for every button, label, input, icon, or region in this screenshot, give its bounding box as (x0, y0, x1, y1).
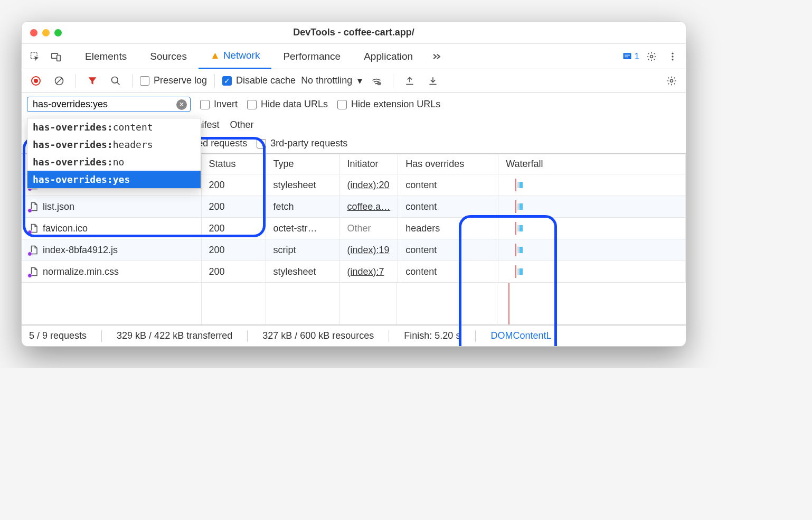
waterfall-bar (506, 179, 678, 191)
request-has-overrides: content (398, 261, 498, 283)
col-has-overrides[interactable]: Has overrides (398, 154, 498, 174)
third-party-checkbox[interactable]: 3rd-party requests (257, 138, 347, 149)
request-status: 200 (201, 261, 266, 283)
record-button[interactable] (27, 72, 45, 90)
minimize-window-button[interactable] (42, 29, 50, 36)
warning-icon: ▲ (210, 50, 220, 61)
table-row[interactable]: index-8bfa4912.js200script(index):19cont… (22, 239, 686, 261)
throttling-select[interactable]: No throttling ▾ (301, 75, 362, 87)
device-toggle-icon[interactable] (47, 48, 65, 66)
checkbox-icon (140, 76, 149, 86)
autocomplete-option[interactable]: has-overrides:yes (27, 171, 201, 188)
request-has-overrides: content (398, 239, 498, 261)
invert-checkbox[interactable]: Invert (200, 99, 238, 110)
disable-cache-checkbox[interactable]: Disable cache (222, 75, 296, 86)
devtools-window: DevTools - coffee-cart.app/ Elements Sou… (21, 21, 686, 347)
status-bar: 5 / 9 requests 329 kB / 422 kB transferr… (22, 325, 686, 346)
request-initiator[interactable]: coffee.a… (339, 196, 398, 218)
close-window-button[interactable] (30, 29, 37, 36)
file-icon (29, 201, 39, 212)
search-icon[interactable] (107, 72, 125, 90)
status-dcl: DOMContentL (490, 330, 551, 341)
autocomplete-option[interactable]: has-overrides:headers (27, 136, 201, 153)
hide-extension-urls-label: Hide extension URLs (351, 99, 440, 110)
svg-point-13 (671, 79, 673, 82)
preserve-log-checkbox[interactable]: Preserve log (140, 75, 207, 86)
col-initiator[interactable]: Initiator (339, 154, 398, 174)
waterfall-bar (506, 244, 678, 256)
invert-label: Invert (214, 99, 238, 110)
request-has-overrides: content (398, 174, 498, 196)
status-transferred: 329 kB / 422 kB transferred (117, 330, 232, 341)
file-icon (29, 222, 39, 234)
request-status: 200 (201, 218, 266, 239)
request-type: stylesheet (266, 261, 339, 283)
autocomplete-option[interactable]: has-overrides:content (27, 118, 201, 136)
main-tabs-row: Elements Sources ▲ Network Performance A… (22, 44, 686, 69)
download-har-icon[interactable] (424, 72, 442, 90)
filter-toggle-icon[interactable] (83, 72, 101, 90)
network-toolbar: Preserve log Disable cache No throttling… (22, 69, 686, 92)
panel-settings-gear-icon[interactable] (663, 72, 681, 90)
filter-input[interactable] (32, 98, 174, 110)
waterfall-bar (506, 222, 678, 235)
hide-data-urls-checkbox[interactable]: Hide data URLs (247, 99, 328, 110)
checkbox-checked-icon (222, 76, 232, 86)
tab-sources[interactable]: Sources (138, 44, 199, 69)
chevron-down-icon: ▾ (357, 75, 362, 87)
hide-extension-urls-checkbox[interactable]: Hide extension URLs (337, 99, 440, 110)
network-conditions-icon[interactable] (367, 72, 385, 90)
col-status[interactable]: Status (201, 154, 266, 174)
col-waterfall[interactable]: Waterfall (498, 154, 686, 174)
checkbox-icon (200, 100, 210, 109)
request-type: script (266, 239, 339, 261)
table-row[interactable]: favicon.ico200octet-str…Otherheaders (22, 218, 686, 239)
zoom-window-button[interactable] (54, 29, 62, 36)
request-has-overrides: headers (398, 218, 498, 239)
preserve-log-label: Preserve log (154, 75, 207, 86)
issues-counter[interactable]: 1 (622, 51, 639, 62)
hide-data-urls-label: Hide data URLs (261, 99, 328, 110)
request-status: 200 (201, 196, 266, 218)
tab-performance[interactable]: Performance (271, 44, 352, 69)
request-status: 200 (201, 239, 266, 261)
clear-filter-icon[interactable] (176, 99, 187, 110)
file-icon (29, 244, 39, 256)
autocomplete-option[interactable]: has-overrides:no (27, 153, 201, 171)
status-finish: Finish: 5.20 s (404, 330, 460, 341)
more-tabs-chevron-icon[interactable] (428, 48, 446, 66)
svg-rect-3 (623, 53, 631, 59)
waterfall-bar (506, 265, 678, 278)
svg-point-9 (672, 59, 673, 60)
status-requests: 5 / 9 requests (29, 330, 87, 341)
svg-point-7 (672, 52, 673, 54)
type-filter-other[interactable]: Other (230, 119, 253, 131)
inspect-icon[interactable] (26, 48, 44, 66)
request-initiator[interactable]: Other (339, 218, 398, 239)
svg-point-6 (650, 55, 653, 58)
tab-application[interactable]: Application (352, 44, 424, 69)
col-type[interactable]: Type (266, 154, 339, 174)
request-initiator[interactable]: (index):19 (339, 239, 398, 261)
settings-gear-icon[interactable] (643, 48, 660, 66)
upload-har-icon[interactable] (401, 72, 419, 90)
clear-button[interactable] (50, 72, 68, 90)
tab-elements[interactable]: Elements (73, 44, 138, 69)
table-row[interactable]: normalize.min.css200stylesheet(index):7c… (22, 261, 686, 283)
request-type: stylesheet (266, 174, 339, 196)
checkbox-icon (247, 100, 257, 109)
filter-input-wrap (27, 97, 191, 112)
request-has-overrides: content (398, 196, 498, 218)
third-party-label: 3rd-party requests (270, 138, 347, 149)
request-initiator[interactable]: (index):20 (339, 174, 398, 196)
table-row[interactable]: list.json200fetchcoffee.a…content (22, 196, 686, 218)
filter-bar: has-overrides:contenthas-overrides:heade… (22, 92, 686, 154)
request-name: list.json (43, 201, 74, 212)
kebab-menu-icon[interactable] (664, 48, 682, 66)
svg-point-8 (672, 55, 673, 57)
tab-network[interactable]: ▲ Network (199, 44, 272, 69)
request-initiator[interactable]: (index):7 (339, 261, 398, 283)
window-title: DevTools - coffee-cart.app/ (30, 27, 677, 38)
waterfall-bar (506, 200, 678, 213)
filter-autocomplete: has-overrides:contenthas-overrides:heade… (27, 118, 201, 189)
